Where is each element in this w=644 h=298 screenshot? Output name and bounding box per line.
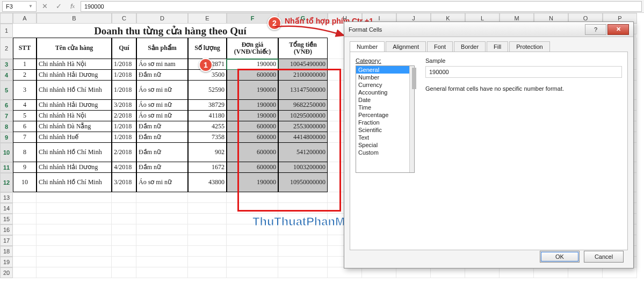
category-item[interactable]: Date (356, 96, 414, 104)
cell[interactable] (568, 267, 603, 278)
dialog-close-button[interactable]: ✕ (607, 24, 629, 35)
cell[interactable] (136, 214, 188, 224)
cell[interactable]: Chi nhánh Đà Nẵng (37, 121, 112, 132)
cell[interactable] (136, 246, 188, 257)
cell[interactable] (465, 267, 500, 278)
cell[interactable]: 10 (13, 173, 37, 192)
col-head-B[interactable]: B (37, 13, 112, 24)
row-head-12[interactable]: 12 (0, 173, 13, 192)
cell[interactable] (13, 224, 37, 235)
cell[interactable]: Chi nhánh Hải Dương (37, 70, 112, 81)
cell[interactable]: 6 (13, 121, 37, 132)
cell[interactable] (112, 224, 136, 235)
row-head-13[interactable]: 13 (0, 192, 13, 203)
cell[interactable] (362, 267, 396, 278)
cell[interactable]: Đầm nữ (136, 121, 188, 132)
cell[interactable] (227, 203, 278, 214)
row-head-5[interactable]: 5 (0, 81, 13, 100)
cell[interactable]: 10950000000 (278, 173, 328, 192)
cell[interactable] (278, 214, 328, 224)
cell[interactable] (37, 203, 112, 214)
row-head-14[interactable]: 14 (0, 203, 13, 214)
cell[interactable] (112, 203, 136, 214)
cell[interactable]: 4414800000 (278, 132, 328, 143)
cell[interactable] (227, 246, 278, 257)
category-item[interactable]: Special (356, 141, 414, 149)
cell[interactable] (37, 235, 112, 246)
tab-alignment[interactable]: Alignment (386, 41, 426, 52)
cell[interactable]: 2/2018 (112, 111, 136, 121)
cell[interactable]: Áo sơ mi nam (136, 59, 188, 70)
row-head-6[interactable]: 6 (0, 100, 13, 111)
cell[interactable]: Chi nhánh Hà Nội (37, 111, 112, 121)
cell[interactable]: 4/2018 (112, 162, 136, 173)
cell[interactable]: 190000 (227, 81, 278, 100)
cell[interactable] (112, 235, 136, 246)
cell[interactable]: 1/2018 (112, 81, 136, 100)
category-item[interactable]: Currency (356, 81, 414, 89)
cell[interactable]: 10295000000 (278, 111, 328, 121)
cell[interactable]: 3/2018 (112, 173, 136, 192)
cell[interactable] (227, 267, 278, 278)
row-head-17[interactable]: 17 (0, 235, 13, 246)
cell[interactable]: Đầm nữ (136, 162, 188, 173)
cell[interactable]: Áo sơ mi nữ (136, 81, 188, 100)
cell[interactable]: 600000 (227, 121, 278, 132)
row-head-3[interactable]: 3 (0, 59, 13, 70)
cell[interactable]: 43800 (188, 173, 227, 192)
cell[interactable] (136, 203, 188, 214)
cell[interactable]: 902 (188, 143, 227, 162)
cell[interactable]: 3/2018 (112, 100, 136, 111)
cell[interactable] (112, 192, 136, 203)
cell[interactable] (278, 246, 328, 257)
cell[interactable]: 52590 (188, 81, 227, 100)
cell[interactable]: 10045490000 (278, 59, 328, 70)
cell[interactable]: Tên cửa hàng (37, 38, 112, 59)
select-all-corner[interactable] (0, 13, 13, 24)
cell[interactable]: 13147500000 (278, 81, 328, 100)
name-box-dropdown-icon[interactable]: ▼ (28, 4, 33, 9)
row-head-16[interactable]: 16 (0, 224, 13, 235)
tab-number[interactable]: Number (350, 41, 385, 52)
fx-icon[interactable]: fx (67, 1, 78, 12)
cell[interactable] (136, 267, 188, 278)
cell[interactable] (188, 192, 227, 203)
cell[interactable]: 600000 (227, 162, 278, 173)
cell[interactable] (328, 267, 362, 278)
cell[interactable]: 600000 (227, 132, 278, 143)
cell[interactable]: Áo sơ mi nữ (136, 173, 188, 192)
cell[interactable] (37, 214, 112, 224)
category-item[interactable]: Number (356, 74, 414, 81)
cell[interactable]: 190000 (227, 100, 278, 111)
formula-input[interactable]: 190000 (81, 1, 642, 12)
ok-button[interactable]: OK (540, 251, 580, 263)
category-item[interactable]: Accounting (356, 89, 414, 96)
row-head-1[interactable]: 1 (0, 24, 13, 38)
cell[interactable]: 7358 (188, 132, 227, 143)
cell[interactable]: 4 (13, 100, 37, 111)
cell[interactable] (13, 267, 37, 278)
category-item[interactable]: Text (356, 134, 414, 141)
cell[interactable]: 8 (13, 143, 37, 162)
cell[interactable]: 3 (13, 81, 37, 100)
cell[interactable]: 1/2018 (112, 59, 136, 70)
cell[interactable]: Áo sơ mi nữ (136, 100, 188, 111)
cell[interactable]: Chi nhánh Hồ Chí Minh (37, 143, 112, 162)
cell[interactable]: 1/2018 (112, 132, 136, 143)
cell[interactable] (13, 246, 37, 257)
cell[interactable] (278, 257, 328, 267)
cell[interactable] (188, 224, 227, 235)
row-head-4[interactable]: 4 (0, 70, 13, 81)
row-head-11[interactable]: 11 (0, 162, 13, 173)
cell[interactable]: Chi nhánh Hồ Chí Minh (37, 81, 112, 100)
cell[interactable] (136, 235, 188, 246)
cell[interactable]: 7 (13, 132, 37, 143)
cell[interactable] (13, 257, 37, 267)
row-head-9[interactable]: 9 (0, 132, 13, 143)
col-head-A[interactable]: A (13, 13, 37, 24)
cell[interactable]: Chi nhánh Hà Nội (37, 59, 112, 70)
cell[interactable] (188, 267, 227, 278)
cell[interactable]: Sản phẩm (136, 38, 188, 59)
row-head-10[interactable]: 10 (0, 143, 13, 162)
col-head-D[interactable]: D (136, 13, 188, 24)
